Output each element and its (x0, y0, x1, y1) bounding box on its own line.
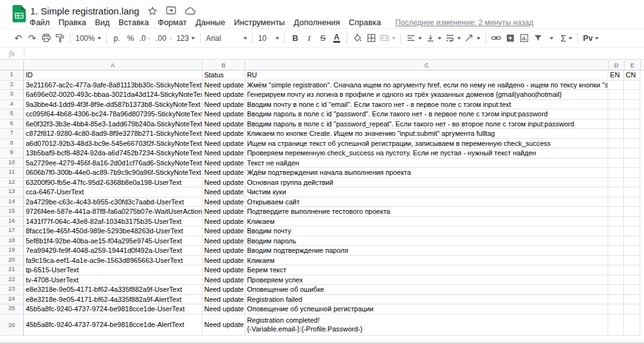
cell-id[interactable]: a6d07012-92b3-48d3-bc9e-545e66703f2f-Sti… (24, 139, 203, 149)
cell-en[interactable] (608, 129, 624, 139)
row-number[interactable]: 15 (0, 207, 24, 217)
italic-button[interactable]: I (302, 31, 316, 46)
cell-status[interactable]: Need update (203, 265, 245, 275)
row-number[interactable]: 5 (0, 109, 24, 119)
cell-status[interactable]: Need update (203, 129, 245, 139)
vertical-align-button[interactable] (424, 31, 443, 46)
create-filter-button[interactable] (531, 31, 545, 46)
row-number[interactable]: 3 (0, 90, 24, 100)
cell-cn[interactable] (624, 129, 640, 139)
cell-overflow[interactable] (640, 197, 644, 208)
row-number[interactable]: 13 (0, 187, 24, 197)
menu-view[interactable]: Вид (91, 18, 114, 27)
cell-id[interactable]: 13b5baf9-bcf8-4824-92da-a6d7452b7234-Sti… (24, 148, 203, 158)
cell-overflow[interactable] (640, 246, 644, 256)
cell-id[interactable]: cc095f64-4b68-4306-bc24-78a96d807395-Sti… (24, 109, 203, 119)
cell-ru[interactable]: Проверяем успех (245, 275, 608, 286)
functions-button[interactable]: Σ (558, 31, 574, 46)
cell-en[interactable] (608, 158, 624, 169)
cell-overflow[interactable] (640, 275, 644, 286)
select-all-corner[interactable] (0, 60, 24, 70)
cell-status[interactable]: Need update (203, 197, 245, 208)
cell-cn[interactable] (624, 207, 640, 217)
cell-ru[interactable]: Вводим подтверждение пароля (245, 246, 608, 256)
row-number[interactable]: 4 (0, 100, 24, 110)
cell-overflow[interactable] (640, 178, 644, 188)
cloud-status-icon[interactable] (185, 7, 196, 15)
cell-overflow[interactable] (640, 70, 644, 80)
cell-ru[interactable]: Ищем на странице текст об успешной регис… (245, 139, 608, 149)
cell-ru[interactable]: RU (245, 70, 608, 80)
row-number[interactable]: 21 (0, 265, 24, 275)
cell-overflow[interactable] (640, 304, 644, 314)
cell-id[interactable]: fa9c19ca-eef1-4a1e-ac9e-1563d8965663-Use… (24, 256, 203, 266)
percent-format-button[interactable]: % (124, 31, 138, 46)
cell-overflow[interactable] (640, 217, 644, 227)
row-number[interactable]: 16 (0, 217, 24, 227)
row-number[interactable]: 22 (0, 275, 24, 286)
cell-ru[interactable]: Жмём "simple registration". Сначала ищем… (245, 80, 608, 91)
cell-ru[interactable]: Registration failed (245, 295, 608, 305)
cell-cn[interactable] (624, 109, 640, 119)
cell-id[interactable]: 9726f4ee-587e-441a-87f8-fa6a0275b07e-Wai… (24, 207, 203, 217)
cell-overflow[interactable] (640, 129, 644, 139)
cell-id[interactable]: ID (24, 70, 203, 80)
cell-ru[interactable]: Ждём подтверждения начала выполнения про… (245, 168, 608, 178)
cell-en[interactable] (608, 256, 624, 266)
cell-id[interactable]: 7ea99429-fe9f-4048-a259-19441d0f492a-Use… (24, 246, 203, 256)
zoom-select[interactable]: 100% (74, 31, 103, 46)
cell-en[interactable] (608, 207, 624, 217)
row-number[interactable]: 8 (0, 139, 24, 149)
cell-status[interactable]: Need update (203, 275, 245, 286)
cell-status[interactable]: Need update (203, 304, 245, 314)
cell-overflow[interactable] (640, 187, 644, 197)
cell-en[interactable] (608, 275, 624, 286)
cell-status[interactable]: Need update (203, 226, 245, 236)
cell-en[interactable] (608, 295, 624, 305)
cell-id[interactable]: c872f812-9280-4c80-8ad9-8f9e3278b271-Sti… (24, 129, 203, 139)
horizontal-align-button[interactable] (404, 31, 424, 46)
cell-status[interactable]: Need update (203, 285, 245, 295)
text-rotation-button[interactable] (463, 31, 482, 46)
decrease-decimals-button[interactable]: .0← (138, 31, 154, 46)
cell-ru[interactable]: Вводим почту (245, 226, 608, 236)
text-color-button[interactable]: A (330, 31, 343, 46)
borders-button[interactable] (364, 31, 378, 46)
cell-ru[interactable]: Вводим пароль в поле с id "password". Ес… (245, 109, 608, 119)
cell-overflow[interactable] (640, 80, 644, 91)
row-number[interactable]: 24 (0, 295, 24, 305)
last-modified-link[interactable]: Последнее изменение: 2 минуты назад (396, 18, 534, 27)
cell-id[interactable]: e8e3218e-9e05-4171-bf62-4a335f882a9f-Use… (24, 285, 203, 295)
cell-ru[interactable]: Registration completed! {-Variable.email… (245, 314, 608, 336)
filter-views-button[interactable] (545, 31, 558, 46)
cell-en[interactable] (608, 100, 624, 110)
cell-overflow[interactable] (640, 295, 644, 305)
cell-cn[interactable] (624, 90, 640, 100)
column-header-b[interactable]: B (203, 60, 245, 70)
cell-en[interactable] (608, 304, 624, 314)
cell-cn[interactable] (624, 100, 640, 110)
row-number[interactable]: 11 (0, 168, 24, 178)
text-wrap-button[interactable] (443, 31, 463, 46)
menu-file[interactable]: Файл (25, 18, 54, 27)
cell-ru[interactable]: Основная группа действий (245, 178, 608, 188)
row-number[interactable]: 2 (0, 80, 24, 91)
cell-cn[interactable] (624, 197, 640, 208)
cell-en[interactable] (608, 217, 624, 227)
cell-overflow[interactable] (640, 139, 644, 149)
column-header-e[interactable]: E (625, 60, 641, 70)
cell-cn[interactable] (624, 217, 640, 227)
cell-status[interactable]: Need update (203, 109, 245, 119)
paint-format-button[interactable] (53, 31, 67, 46)
cell-cn[interactable] (624, 119, 640, 130)
row-number[interactable]: 14 (0, 197, 24, 208)
font-select[interactable]: Arial (204, 31, 249, 46)
cell-overflow[interactable] (640, 226, 644, 236)
cell-ru[interactable]: Вводим пароль (245, 236, 608, 247)
cell-en[interactable] (608, 168, 624, 178)
row-number[interactable]: 6 (0, 119, 24, 130)
cell-id[interactable]: 45b5a8fc-9240-4737-9724-be9818cce1de-Use… (24, 304, 203, 314)
row-number[interactable]: 12 (0, 178, 24, 188)
cell-cn[interactable] (624, 295, 640, 305)
cell-overflow[interactable] (640, 265, 644, 275)
